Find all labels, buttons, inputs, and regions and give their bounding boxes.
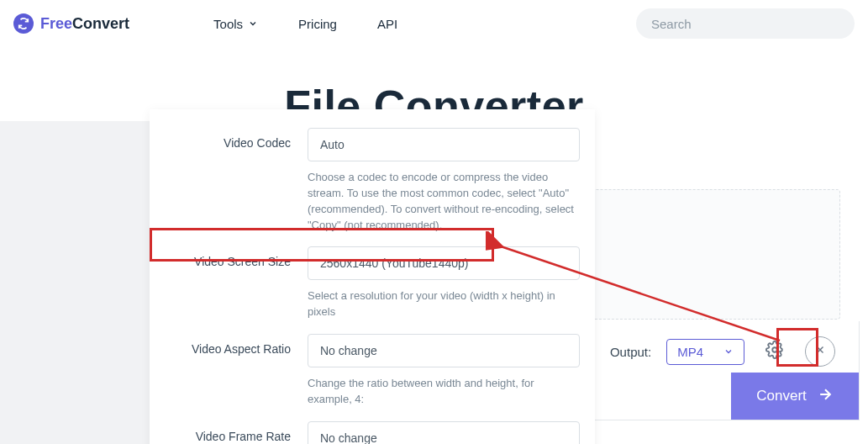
arrow-right-icon — [817, 386, 834, 407]
nav-tools-label: Tools — [213, 17, 243, 31]
close-icon — [814, 344, 826, 359]
setting-label-codec: Video Codec — [165, 128, 291, 150]
screen-size-help: Select a resolution for your video (widt… — [308, 288, 580, 320]
top-navbar: FreeConvert Tools Pricing API — [0, 0, 868, 47]
chevron-down-icon — [248, 17, 258, 31]
logo-icon — [13, 13, 34, 34]
logo-text: FreeConvert — [40, 15, 129, 33]
nav-links: Tools Pricing API — [213, 17, 397, 31]
output-label: Output: — [610, 345, 651, 359]
codec-help: Choose a codec to encode or compress the… — [308, 170, 580, 233]
logo[interactable]: FreeConvert — [13, 13, 129, 34]
aspect-ratio-help: Change the ratio between width and heigh… — [308, 376, 580, 408]
advanced-settings-panel: Video Codec Auto Choose a codec to encod… — [150, 109, 595, 444]
convert-button-label: Convert — [756, 388, 807, 404]
screen-size-select[interactable]: 2560x1440 (YouTube1440p) — [308, 246, 580, 280]
chevron-down-icon — [723, 345, 734, 359]
frame-rate-select[interactable]: No change — [308, 421, 580, 444]
nav-pricing[interactable]: Pricing — [298, 17, 337, 31]
nav-tools[interactable]: Tools — [213, 17, 258, 31]
setting-row-screen-size: Video Screen Size 2560x1440 (YouTube1440… — [153, 240, 592, 327]
search-input[interactable] — [636, 8, 855, 39]
setting-row-codec: Video Codec Auto Choose a codec to encod… — [153, 121, 592, 240]
setting-label-screen-size: Video Screen Size — [165, 246, 291, 268]
aspect-ratio-select[interactable]: No change — [308, 334, 580, 367]
gear-icon — [765, 341, 784, 362]
setting-row-aspect-ratio: Video Aspect Ratio No change Change the … — [153, 327, 592, 415]
search-container — [636, 8, 855, 39]
svg-point-0 — [772, 347, 777, 352]
nav-api[interactable]: API — [377, 17, 397, 31]
output-format-value: MP4 — [677, 345, 703, 359]
convert-button[interactable]: Convert — [731, 373, 859, 420]
close-button[interactable] — [805, 336, 835, 367]
settings-button[interactable] — [760, 336, 790, 367]
setting-label-aspect-ratio: Video Aspect Ratio — [165, 334, 291, 356]
setting-row-frame-rate: Video Frame Rate No change — [153, 415, 592, 444]
setting-label-frame-rate: Video Frame Rate — [165, 421, 291, 443]
output-format-select[interactable]: MP4 — [666, 339, 744, 365]
codec-select[interactable]: Auto — [308, 128, 580, 161]
